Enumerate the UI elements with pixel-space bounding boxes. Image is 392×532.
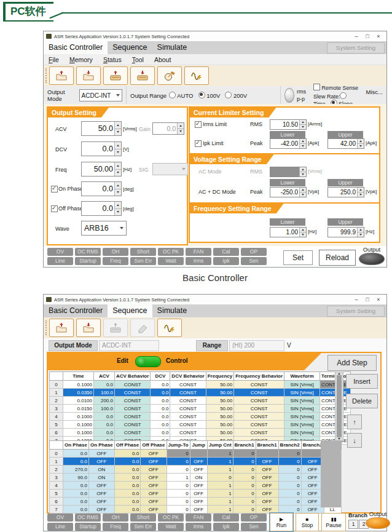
table-cell[interactable]: 50.00	[206, 389, 233, 397]
table-cell[interactable]: 0.1000	[63, 381, 94, 389]
irms-input[interactable]: 10.50	[270, 119, 307, 130]
table-cell[interactable]: 0.0100	[63, 397, 94, 405]
spinner-arrows[interactable]	[177, 123, 184, 134]
table-cell[interactable]: OFF	[141, 490, 167, 498]
table-cell[interactable]: OFF	[256, 474, 278, 482]
table-cell[interactable]: OFF	[141, 506, 167, 514]
table-cell[interactable]: 0.0	[114, 482, 140, 490]
table-cell[interactable]: CONST	[115, 421, 151, 429]
table-cell[interactable]: CONST	[170, 397, 206, 405]
table-cell[interactable]: OFF	[88, 450, 114, 458]
move-up-button[interactable]: ↑	[347, 415, 362, 429]
row-header[interactable]: 1	[50, 458, 63, 466]
table-cell[interactable]: OFF	[256, 498, 278, 506]
table-cell[interactable]: 0.0	[151, 413, 170, 421]
scroll-down-icon[interactable]	[338, 438, 340, 440]
spinner-arrows[interactable]	[114, 122, 121, 135]
table-cell[interactable]: CONST	[234, 381, 284, 389]
column-header[interactable]: On Phase	[88, 441, 114, 450]
spinner-arrows[interactable]	[299, 188, 306, 197]
output-range-auto[interactable]: AUTO	[169, 92, 193, 99]
table-cell[interactable]: 1	[207, 490, 233, 498]
table-cell[interactable]: OFF	[190, 466, 207, 474]
table-cell[interactable]: OFF	[88, 506, 114, 514]
ipk-upper-input[interactable]: 42.00	[327, 138, 364, 149]
off-phase-input[interactable]: 0.0	[81, 201, 122, 216]
table-cell[interactable]: SIN [Vrms]	[284, 421, 320, 429]
row-header[interactable]: 4	[50, 413, 63, 421]
table-cell[interactable]: 50.00	[206, 381, 233, 389]
table-cell[interactable]: 200.0	[94, 397, 115, 405]
table-cell[interactable]: 0	[233, 458, 256, 466]
table-cell[interactable]: SIN [Vrms]	[284, 413, 320, 421]
acdc-lower-input[interactable]: -250.0	[270, 187, 307, 197]
table-cell[interactable]: OFF	[256, 506, 278, 514]
set-button[interactable]: Set	[283, 250, 313, 265]
output-range-radio[interactable]	[198, 92, 205, 98]
table-cell[interactable]	[256, 450, 278, 458]
table-cell[interactable]: 0	[278, 490, 301, 498]
table-cell[interactable]: OFF	[141, 458, 167, 466]
table-cell[interactable]: 0	[167, 498, 190, 506]
table-cell[interactable]: ON	[88, 466, 114, 474]
close-button[interactable]: ×	[373, 31, 384, 41]
save-file-button[interactable]	[76, 319, 101, 337]
table-cell[interactable]: 0	[233, 506, 256, 514]
table-cell[interactable]: OFF	[256, 466, 278, 474]
scroll-thumb[interactable]	[337, 375, 342, 437]
table-cell[interactable]: OFF	[88, 482, 114, 490]
table-cell[interactable]: CONST	[170, 381, 206, 389]
spinner-arrows[interactable]	[299, 139, 306, 148]
system-setting-button[interactable]: System Setting	[327, 42, 385, 54]
spinner-arrows[interactable]	[357, 139, 364, 148]
row-header[interactable]: 6	[50, 498, 63, 506]
table-cell[interactable]: 1	[207, 482, 233, 490]
table-cell[interactable]: OFF	[141, 482, 167, 490]
table-cell[interactable]: SIN [Vrms]	[284, 405, 320, 413]
table-cell[interactable]: 0.0150	[63, 405, 94, 413]
open-file-button[interactable]	[49, 66, 74, 85]
write-device-button[interactable]	[130, 66, 155, 85]
table-cell[interactable]: 0.0	[94, 381, 115, 389]
table1-scrollbar[interactable]	[335, 371, 343, 441]
table-cell[interactable]: OFF	[141, 498, 167, 506]
table-cell[interactable]: 1	[207, 498, 233, 506]
remote-sense-checkbox[interactable]	[313, 84, 320, 90]
table-cell[interactable]: 0.0	[63, 458, 89, 466]
sig-select[interactable]	[152, 163, 188, 175]
on-phase-input[interactable]: 0.0	[81, 181, 122, 196]
table-cell[interactable]: 0	[278, 450, 301, 458]
table-cell[interactable]: 0.0	[63, 482, 89, 490]
table-cell[interactable]: 50.00	[206, 405, 233, 413]
move-down-button[interactable]: ↓	[347, 433, 362, 448]
scroll-up-icon[interactable]	[338, 373, 340, 375]
menu-about[interactable]: About	[154, 56, 171, 63]
system-setting-button[interactable]: System Setting	[327, 306, 385, 317]
spinner-arrows[interactable]	[299, 167, 306, 177]
write-device-button[interactable]	[103, 319, 128, 337]
table-cell[interactable]: CONST	[170, 429, 206, 437]
table-cell[interactable]: 0.0	[151, 421, 170, 429]
output-mode-select[interactable]: ACDC-INT	[79, 89, 122, 101]
row-header[interactable]: 3	[50, 405, 63, 413]
row-header[interactable]: 2	[50, 466, 63, 474]
spinner-arrows[interactable]	[114, 142, 121, 156]
slew-rate-radio[interactable]	[340, 92, 347, 99]
table-cell[interactable]: 0	[278, 506, 301, 514]
edit-control-toggle[interactable]	[135, 356, 161, 367]
table-cell[interactable]: 0.1000	[63, 429, 94, 437]
spinner-arrows[interactable]	[357, 228, 364, 237]
tab-basic-controller[interactable]: Basic Controller	[44, 304, 108, 317]
row-header[interactable]: 4	[50, 482, 63, 490]
column-header[interactable]: DCV Behavior	[170, 372, 206, 381]
menu-file[interactable]: File	[49, 56, 59, 63]
column-header[interactable]	[50, 441, 63, 450]
output-toggle[interactable]	[366, 517, 390, 529]
ipk-lower-input[interactable]: -42.00	[270, 138, 307, 149]
maximize-button[interactable]: □	[362, 295, 373, 304]
insert-button[interactable]: Insert	[346, 374, 378, 389]
tab-simulate[interactable]: Simulate	[152, 304, 192, 317]
output-range-radio[interactable]	[169, 92, 176, 98]
table-cell[interactable]: 50.00	[206, 421, 233, 429]
spinner-arrows[interactable]	[114, 162, 121, 176]
